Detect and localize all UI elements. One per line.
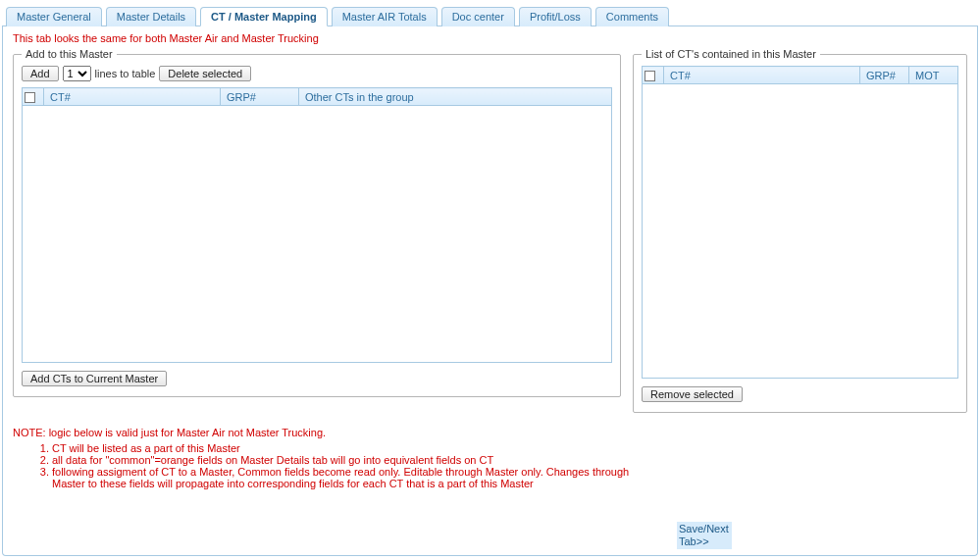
legend-list-cts: List of CT's contained in this Master xyxy=(642,48,820,60)
col-other: Other CTs in the group xyxy=(299,88,612,106)
tab-master-details[interactable]: Master Details xyxy=(106,7,196,26)
remove-selected-button[interactable]: Remove selected xyxy=(642,386,743,402)
tab-bar: Master General Master Details CT / Maste… xyxy=(2,2,978,26)
col-grp: GRP# xyxy=(221,88,299,106)
fieldset-add-to-master: Add to this Master Add 1 lines to table … xyxy=(13,48,621,397)
col-grp-right: GRP# xyxy=(860,67,909,84)
note-item-1: CT will be listed as a part of this Mast… xyxy=(52,442,641,454)
note-item-3: following assigment of CT to a Master, C… xyxy=(52,466,641,489)
tab-panel: This tab looks the same for both Master … xyxy=(2,26,978,556)
col-ct-right: CT# xyxy=(664,67,860,84)
col-checkbox xyxy=(23,88,44,106)
add-table-header: CT# GRP# Other CTs in the group xyxy=(22,87,612,106)
notes-block: NOTE: logic below is valid just for Mast… xyxy=(13,427,641,489)
add-button[interactable]: Add xyxy=(22,66,59,81)
col-mot-right: MOT xyxy=(909,67,958,84)
col-ct: CT# xyxy=(44,88,221,106)
tab-comments[interactable]: Comments xyxy=(595,7,669,26)
hint-top: This tab looks the same for both Master … xyxy=(13,32,967,44)
list-table-body xyxy=(642,84,958,379)
checkbox-icon[interactable] xyxy=(645,71,655,81)
tab-profit-loss[interactable]: Profit/Loss xyxy=(519,7,592,26)
add-table-body xyxy=(22,106,612,363)
add-cts-to-master-button[interactable]: Add CTs to Current Master xyxy=(22,371,167,386)
list-table-header: CT# GRP# MOT xyxy=(642,66,958,84)
notes-heading: NOTE: logic below is valid just for Mast… xyxy=(13,427,641,438)
lines-label: lines to table xyxy=(95,68,156,79)
tab-ct-master-mapping[interactable]: CT / Master Mapping xyxy=(200,7,328,26)
col-checkbox-right xyxy=(643,67,664,84)
delete-selected-button[interactable]: Delete selected xyxy=(159,66,251,81)
save-next-tab-link[interactable]: Save/Next Tab>> xyxy=(677,522,732,549)
fieldset-list-cts: List of CT's contained in this Master CT… xyxy=(633,48,967,413)
legend-add-to-master: Add to this Master xyxy=(22,48,117,60)
checkbox-icon[interactable] xyxy=(25,92,35,103)
tab-doc-center[interactable]: Doc center xyxy=(441,7,515,26)
tab-master-general[interactable]: Master General xyxy=(6,7,102,26)
add-toolbar: Add 1 lines to table Delete selected xyxy=(22,66,612,81)
lines-qty-select[interactable]: 1 xyxy=(63,66,91,81)
note-item-2: all data for "common"=orange fields on M… xyxy=(52,454,641,466)
tab-master-air-totals[interactable]: Master AIR Totals xyxy=(332,7,438,26)
